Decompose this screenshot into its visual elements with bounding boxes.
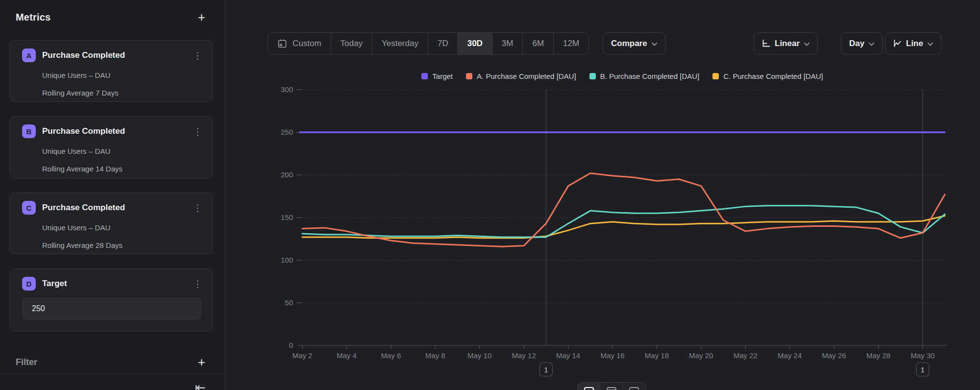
add-filter-button[interactable]: + (198, 356, 205, 368)
calendar-icon (277, 39, 287, 49)
range-today-button[interactable]: Today (331, 33, 372, 54)
svg-text:May 28: May 28 (866, 351, 890, 360)
svg-text:May 20: May 20 (689, 351, 713, 360)
scale-dropdown[interactable]: Linear (754, 32, 818, 55)
range-12m-button[interactable]: 12M (554, 33, 588, 54)
legend-label: Target (432, 72, 453, 80)
granularity-label: Day (849, 39, 864, 49)
kebab-menu-icon[interactable]: ⋮ (190, 278, 205, 290)
svg-text:May 16: May 16 (600, 351, 624, 360)
range-yesterday-button[interactable]: Yesterday (372, 33, 428, 54)
range-label: 6M (532, 39, 544, 49)
svg-text:May 14: May 14 (556, 351, 580, 360)
metric-title: Purchase Completed (42, 50, 190, 60)
legend-label: A. Purchase Completed [DAU] (477, 72, 576, 80)
chart-view-toggle (577, 382, 646, 390)
range-3m-button[interactable]: 3M (492, 33, 523, 54)
chart-legend: Target A. Purchase Completed [DAU] B. Pu… (299, 72, 946, 80)
svg-text:May 4: May 4 (337, 351, 357, 360)
range-7d-button[interactable]: 7D (428, 33, 458, 54)
svg-text:150: 150 (281, 213, 293, 221)
svg-text:May 10: May 10 (467, 351, 491, 360)
chart-type-label: Line (906, 39, 923, 49)
collapse-sidebar-icon[interactable]: ⇤ (195, 380, 206, 390)
svg-text:300: 300 (281, 85, 293, 94)
legend-item-b[interactable]: B. Purchase Completed [DAU] (589, 72, 700, 80)
legend-item-target[interactable]: Target (421, 72, 453, 80)
legend-swatch-c (712, 73, 719, 79)
svg-text:May 26: May 26 (822, 351, 846, 360)
svg-text:50: 50 (285, 298, 293, 307)
sidebar-title: Metrics (16, 12, 50, 23)
chevron-down-icon (652, 43, 657, 46)
line-chart-icon (893, 40, 902, 48)
view-chart-button[interactable] (578, 383, 600, 390)
range-custom-button[interactable]: Custom (268, 33, 331, 54)
svg-text:May 2: May 2 (293, 351, 313, 360)
metric-measurement[interactable]: Unique Users – DAU (42, 147, 110, 155)
sidebar-divider (0, 373, 225, 374)
metric-card-a-header: A Purchase Completed ⋮ (22, 49, 205, 62)
legend-item-c[interactable]: C. Purchase Completed [DAU] (712, 72, 823, 80)
svg-text:May 12: May 12 (512, 351, 536, 360)
range-label: Today (341, 39, 363, 49)
legend-swatch-target (421, 73, 428, 79)
metric-measurement[interactable]: Unique Users – DAU (42, 71, 110, 79)
compare-label: Compare (611, 39, 647, 49)
svg-text:200: 200 (281, 171, 293, 179)
range-30d-button[interactable]: 30D (458, 33, 492, 54)
chevron-down-icon (804, 43, 809, 46)
target-card[interactable]: D Target ⋮ 250 (10, 268, 213, 331)
range-label: 12M (563, 39, 579, 49)
legend-label: B. Purchase Completed [DAU] (600, 72, 700, 80)
range-label: Custom (293, 39, 321, 49)
range-label: 30D (467, 39, 483, 49)
legend-label: C. Purchase Completed [DAU] (723, 72, 823, 80)
metric-badge-d: D (22, 277, 36, 291)
range-label: Yesterday (382, 39, 418, 49)
date-range-selector: Custom Today Yesterday 7D 30D 3M 6M 12M (268, 32, 589, 55)
range-label: 3M (502, 39, 514, 49)
metric-badge-b: B (22, 124, 36, 138)
filter-section: Filter + (16, 356, 205, 368)
target-title: Target (42, 279, 190, 289)
svg-text:1: 1 (921, 366, 925, 374)
metric-rolling-average[interactable]: Rolling Average 14 Days (42, 165, 122, 173)
view-chart-table-button[interactable] (600, 383, 623, 390)
granularity-dropdown[interactable]: Day (841, 32, 882, 55)
scale-label: Linear (775, 39, 800, 49)
svg-text:May 30: May 30 (910, 351, 934, 360)
metric-badge-a: A (22, 49, 36, 62)
metric-rolling-average[interactable]: Rolling Average 7 Days (42, 89, 119, 97)
target-value-input[interactable]: 250 (22, 297, 201, 320)
legend-swatch-a (466, 73, 472, 79)
metric-title: Purchase Completed (42, 203, 190, 213)
metrics-sidebar: Metrics + A Purchase Completed ⋮ Unique … (0, 0, 225, 390)
svg-text:May 6: May 6 (381, 351, 401, 360)
svg-text:250: 250 (281, 128, 293, 136)
range-label: 7D (438, 39, 448, 49)
svg-text:1: 1 (544, 366, 548, 374)
compare-dropdown[interactable]: Compare (603, 32, 665, 55)
svg-text:0: 0 (289, 341, 293, 349)
chart-type-dropdown[interactable]: Line (885, 32, 941, 55)
kebab-menu-icon[interactable]: ⋮ (190, 202, 205, 214)
view-table-button[interactable] (623, 383, 645, 390)
chevron-down-icon (928, 43, 933, 46)
legend-item-a[interactable]: A. Purchase Completed [DAU] (466, 72, 576, 80)
linear-axis-icon (762, 40, 770, 48)
svg-text:May 24: May 24 (778, 351, 802, 360)
kebab-menu-icon[interactable]: ⋮ (190, 126, 205, 137)
kebab-menu-icon[interactable]: ⋮ (190, 50, 205, 61)
add-metric-button[interactable]: + (198, 11, 205, 24)
metric-card-b[interactable]: B Purchase Completed ⋮ Unique Users – DA… (10, 116, 213, 178)
metric-rolling-average[interactable]: Rolling Average 28 Days (42, 241, 122, 249)
metric-measurement[interactable]: Unique Users – DAU (42, 223, 110, 232)
filter-label: Filter (16, 357, 37, 367)
metric-card-c[interactable]: C Purchase Completed ⋮ Unique Users – DA… (10, 193, 213, 254)
svg-text:May 18: May 18 (645, 351, 669, 360)
metric-card-b-header: B Purchase Completed ⋮ (22, 124, 205, 138)
target-card-header: D Target ⋮ (22, 277, 205, 291)
range-6m-button[interactable]: 6M (523, 33, 554, 54)
metric-card-a[interactable]: A Purchase Completed ⋮ Unique Users – DA… (10, 40, 213, 102)
